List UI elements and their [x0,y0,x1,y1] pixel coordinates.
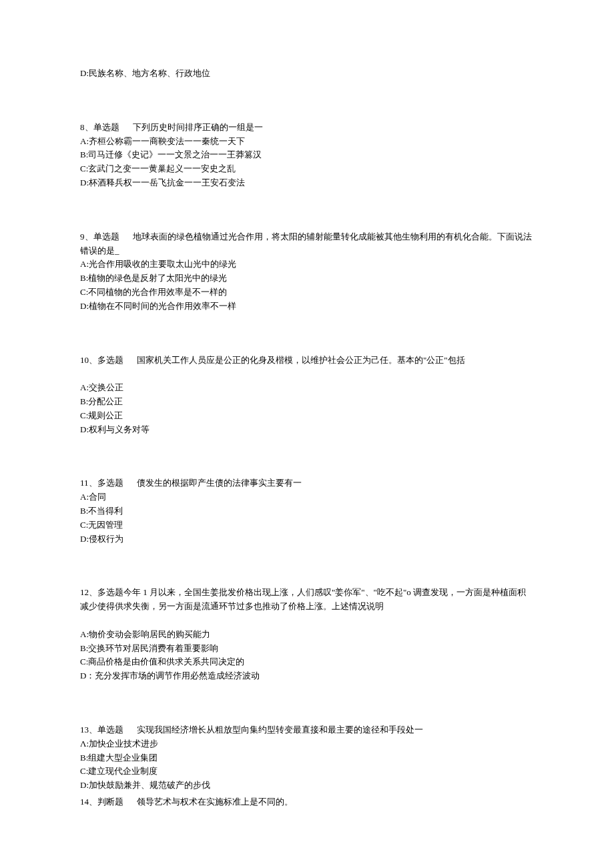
option-c: C:不同植物的光合作用效率是不一样的 [80,286,534,300]
option-d: D:植物在不同时间的光合作用效率不一样 [80,300,534,314]
question-9: 9、单选题地球表面的绿色植物通过光合作用，将太阳的辅射能量转化成能被其他生物利用… [80,230,534,314]
question-stem: 债发生的根据即产生债的法律事实主要有一 [137,478,302,488]
option-a: A:交换公正 [80,381,534,395]
question-number: 8、单选题 [80,122,119,132]
question-stem: 实现我国经济增长从粗放型向集约型转变最直接和最主要的途径和手段处一 [137,725,423,735]
question-header-line: 10、多选题国家机关工作人员应是公正的化身及楷模，以维护社会公正为己任。基本的"… [80,354,534,368]
option-d: D:杯酒释兵权一一岳飞抗金一一王安石变法 [80,176,534,190]
question-8: 8、单选题下列历史时间排序正确的一组是一 A:齐桓公称霸一一商鞅变法一一秦统一天… [80,121,534,190]
option-a: Λ:加快企业技术进步 [80,737,534,751]
question-stem: 领导艺术与权术在实施标准上是不同的。 [137,797,293,807]
question-number: 12、多选题 [80,587,123,597]
option-c: C:商品价格是由价值和供求关系共同决定的 [80,655,534,669]
question-number: 13、单选题 [80,725,123,735]
option-c: C:无因管理 [80,518,534,532]
option-d: D：充分发挥市场的调节作用必然造成经济波动 [80,669,534,683]
option-b: B:不当得利 [80,504,534,518]
question-header-line: 11、多选题债发生的根据即产生债的法律事实主要有一 [80,476,534,490]
question-stem: 今年 1 月以来，全国生姜批发价格出现上涨，人们感叹"姜你军"、"吃不起"o 调… [80,587,526,611]
question-13: 13、单选题实现我国经济增长从粗放型向集约型转变最直接和最主要的途径和手段处一 … [80,723,534,793]
question-12: 12、多选题今年 1 月以来，全国生姜批发价格出现上涨，人们感叹"姜你军"、"吃… [80,586,534,683]
blank-line [80,614,534,628]
question-14: 14、判断题领导艺术与权术在实施标准上是不同的。 [80,795,534,809]
question-header-line: 12、多选题今年 1 月以来，全国生姜批发价格出现上涨，人们感叹"姜你军"、"吃… [80,586,534,614]
question-7-tail: D:民族名称、地方名称、行政地位 [80,67,534,81]
option-b: B:司马迁修《史记》一一文景之治一一王莽篡汉 [80,148,534,162]
option-d: D:权利与义务对等 [80,423,534,437]
question-stem: 地球表面的绿色植物通过光合作用，将太阳的辅射能量转化成能被其他生物利用的有机化合… [80,232,532,256]
option-b: B:交换环节对居民消费有着重要影响 [80,642,534,656]
option-b: B:植物的绿色是反射了太阳光中的绿光 [80,272,534,286]
option-c: C:规则公正 [80,409,534,423]
question-number: 10、多选题 [80,355,123,365]
question-10: 10、多选题国家机关工作人员应是公正的化身及楷模，以维护社会公正为己任。基本的"… [80,354,534,437]
option-a: A:光合作用吸收的主要取太山光中的绿光 [80,258,534,272]
option-a: A:齐桓公称霸一一商鞅变法一一秦统一天下 [80,135,534,149]
option-a: A:合同 [80,490,534,504]
option-c: C:玄武门之变一一黄巢起义一一安史之乱 [80,162,534,176]
question-number: 11、多选题 [80,478,123,488]
question-header-line: 8、单选题下列历史时间排序正确的一组是一 [80,121,534,135]
question-stem: 下列历史时间排序正确的一组是一 [133,122,263,132]
question-11: 11、多选题债发生的根据即产生债的法律事实主要有一 A:合同 B:不当得利 C:… [80,476,534,546]
blank-line [80,367,534,381]
option-d: D:加快鼓励兼并、规范破产的步伐 [80,779,534,793]
question-header-line: 9、单选题地球表面的绿色植物通过光合作用，将太阳的辅射能量转化成能被其他生物利用… [80,230,534,258]
question-number: 14、判断题 [80,797,123,807]
option-c: C:建立现代企业制度 [80,765,534,779]
option-d: D:民族名称、地方名称、行政地位 [80,67,534,81]
option-b: B:组建大型企业集团 [80,751,534,765]
option-a: A:物价变动会影响居民的购买能力 [80,628,534,642]
option-b: B:分配公正 [80,395,534,409]
option-d: D:侵权行为 [80,532,534,546]
question-stem: 国家机关工作人员应是公正的化身及楷模，以维护社会公正为己任。基本的"公正"包括 [137,355,465,365]
question-header-line: 14、判断题领导艺术与权术在实施标准上是不同的。 [80,795,534,809]
question-header-line: 13、单选题实现我国经济增长从粗放型向集约型转变最直接和最主要的途径和手段处一 [80,723,534,737]
question-number: 9、单选题 [80,232,119,242]
